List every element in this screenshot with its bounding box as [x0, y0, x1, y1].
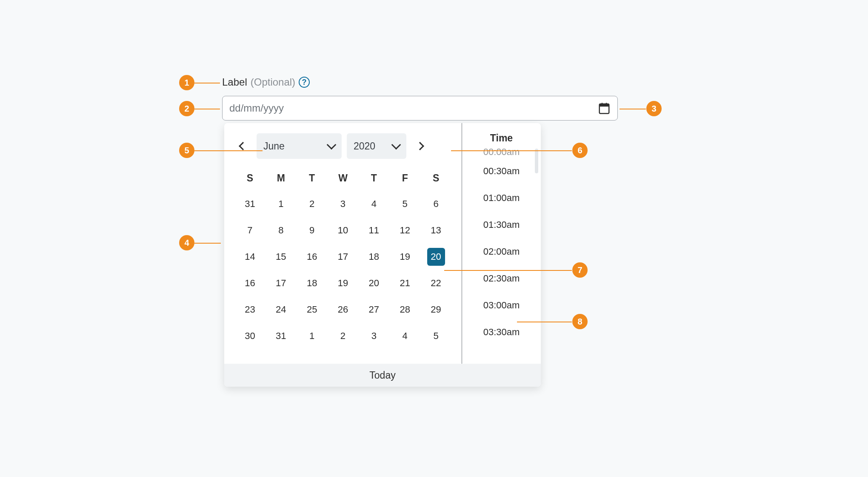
date-input[interactable] [229, 102, 598, 114]
time-list: 00:00am00:30am01:00am01:30am02:00am02:30… [462, 147, 541, 345]
day-cell[interactable]: 17 [266, 270, 297, 296]
day-cell[interactable]: 4 [389, 323, 420, 349]
day-cell[interactable]: 27 [358, 296, 389, 323]
day-cell[interactable]: 14 [234, 244, 266, 270]
day-cell[interactable]: 17 [328, 244, 359, 270]
day-cell[interactable]: 19 [389, 244, 420, 270]
annotation-badge-7: 7 [572, 262, 588, 278]
day-cell[interactable]: 18 [297, 270, 328, 296]
day-cell[interactable]: 5 [389, 191, 420, 217]
day-cell[interactable]: 1 [297, 323, 328, 349]
time-option[interactable]: 02:30am [462, 265, 541, 292]
time-option[interactable]: 01:00am [462, 184, 541, 211]
field-optional: (Optional) [251, 76, 295, 88]
day-header: S [420, 168, 451, 191]
time-option[interactable]: 01:30am [462, 211, 541, 238]
prev-month-button[interactable] [234, 138, 251, 155]
day-cell[interactable]: 22 [420, 270, 451, 296]
day-header: S [234, 168, 266, 191]
calendar-icon[interactable] [598, 102, 611, 115]
annotation-line [517, 322, 572, 322]
day-cell[interactable]: 19 [328, 270, 359, 296]
day-cell[interactable]: 29 [420, 296, 451, 323]
day-cell[interactable]: 13 [420, 217, 451, 244]
day-header: F [389, 168, 420, 191]
day-cell[interactable]: 26 [328, 296, 359, 323]
annotation-badge-2: 2 [179, 101, 194, 116]
annotation-badge-8: 8 [572, 314, 588, 329]
annotation-line [194, 83, 220, 83]
datepicker-dropdown: June 2020 SMTWTFS31123456789101112131415… [224, 123, 541, 387]
month-select[interactable]: June [257, 133, 342, 159]
svg-rect-1 [600, 104, 609, 106]
next-month-button[interactable] [411, 138, 428, 155]
day-cell[interactable]: 16 [234, 270, 266, 296]
annotation-badge-6: 6 [572, 143, 588, 158]
help-icon[interactable]: ? [299, 77, 310, 88]
day-cell[interactable]: 20 [358, 270, 389, 296]
chevron-left-icon [239, 142, 247, 150]
day-cell[interactable]: 15 [266, 244, 297, 270]
day-cell[interactable]: 1 [266, 191, 297, 217]
annotation-badge-1: 1 [179, 75, 194, 90]
day-cell[interactable]: 31 [234, 191, 266, 217]
day-cell[interactable]: 23 [234, 296, 266, 323]
day-cell[interactable]: 5 [420, 323, 451, 349]
time-option[interactable]: 00:00am [462, 147, 541, 158]
chevron-right-icon [416, 142, 424, 150]
field-label: Label [222, 76, 247, 88]
calendar-panel: June 2020 SMTWTFS31123456789101112131415… [224, 123, 462, 364]
day-cell[interactable]: 3 [358, 323, 389, 349]
day-cell[interactable]: 3 [328, 191, 359, 217]
day-cell[interactable]: 8 [266, 217, 297, 244]
year-select[interactable]: 2020 [347, 133, 406, 159]
annotation-line [194, 109, 220, 109]
time-option[interactable]: 02:00am [462, 238, 541, 265]
annotation-line [451, 150, 572, 151]
day-cell[interactable]: 20 [420, 244, 451, 270]
time-option[interactable]: 03:30am [462, 319, 541, 345]
annotation-line [620, 109, 646, 109]
day-cell[interactable]: 2 [297, 191, 328, 217]
day-cell[interactable]: 30 [234, 323, 266, 349]
annotation-badge-3: 3 [646, 101, 662, 116]
field-label-row: Label (Optional) ? [222, 76, 310, 88]
day-header: M [266, 168, 297, 191]
chevron-down-icon [327, 140, 337, 150]
day-header: T [297, 168, 328, 191]
chevron-down-icon [391, 140, 401, 150]
day-cell[interactable]: 18 [358, 244, 389, 270]
day-cell[interactable]: 6 [420, 191, 451, 217]
time-panel: Time 00:00am00:30am01:00am01:30am02:00am… [462, 123, 541, 364]
day-header: W [328, 168, 359, 191]
day-cell[interactable]: 16 [297, 244, 328, 270]
day-cell[interactable]: 9 [297, 217, 328, 244]
day-cell[interactable]: 7 [234, 217, 266, 244]
time-option[interactable]: 03:00am [462, 292, 541, 319]
annotation-line [194, 243, 221, 244]
year-select-value: 2020 [354, 141, 375, 152]
day-cell[interactable]: 11 [358, 217, 389, 244]
day-cell[interactable]: 24 [266, 296, 297, 323]
annotation-badge-4: 4 [179, 235, 194, 250]
day-cell[interactable]: 21 [389, 270, 420, 296]
day-cell[interactable]: 28 [389, 296, 420, 323]
day-cell[interactable]: 25 [297, 296, 328, 323]
annotation-line [194, 150, 263, 151]
day-cell[interactable]: 4 [358, 191, 389, 217]
svg-rect-2 [602, 103, 603, 105]
day-header: T [358, 168, 389, 191]
annotation-badge-5: 5 [179, 143, 194, 158]
day-cell[interactable]: 10 [328, 217, 359, 244]
day-cell[interactable]: 31 [266, 323, 297, 349]
day-cell[interactable]: 12 [389, 217, 420, 244]
svg-rect-3 [606, 103, 607, 105]
time-header: Time [490, 132, 513, 144]
calendar-grid: SMTWTFS311234567891011121314151617181920… [234, 168, 451, 349]
date-input-wrap[interactable] [222, 96, 618, 121]
month-select-value: June [263, 141, 285, 152]
annotation-line [444, 270, 572, 271]
today-button[interactable]: Today [224, 364, 541, 387]
day-cell[interactable]: 2 [328, 323, 359, 349]
time-option[interactable]: 00:30am [462, 158, 541, 184]
